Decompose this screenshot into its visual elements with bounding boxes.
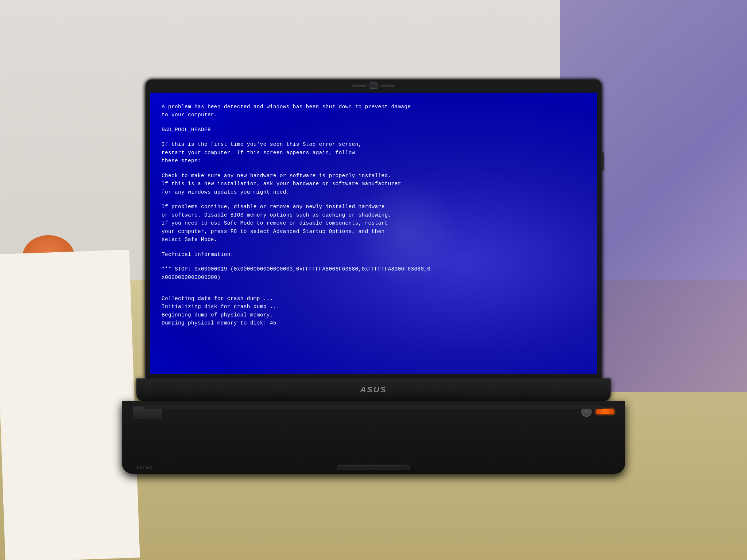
bsod-line-20: Beginning dump of physical memory. (162, 311, 585, 319)
bezel-decoration-left (352, 85, 367, 87)
bsod-gap-5 (162, 244, 585, 250)
bsod-line-10: If problems continue, disable or remove … (162, 203, 585, 211)
bsod-line-12: If you need to use Safe Mode to remove o… (162, 219, 585, 227)
webcam-lens (372, 84, 375, 88)
bezel-decoration-right (380, 85, 395, 87)
asus-logo: ASUS (360, 385, 387, 394)
paper-document (0, 250, 140, 560)
bsod-line-14: select Safe Mode. (162, 236, 585, 244)
bsod-gap-8 (162, 288, 585, 295)
altec-logo: ALTEC (136, 465, 153, 470)
bsod-line-8: If this is a new installation, ask your … (162, 180, 585, 188)
bsod-gap-3 (162, 165, 585, 172)
trackpad[interactable] (337, 465, 410, 470)
bsod-line-2: to your computer. (162, 111, 585, 119)
bsod-line-13: your computer, press F8 to select Advanc… (162, 228, 585, 236)
bsod-line-16: *** STOP: 0x00000019 (0x0000000000000003… (162, 265, 585, 273)
side-button[interactable] (601, 152, 604, 171)
bsod-line-5: restart your computer. If this screen ap… (162, 149, 585, 157)
laptop-bottom: ALTEC (122, 401, 625, 474)
screen-lid: A problem has been detected and windows … (146, 79, 601, 378)
keyboard-strip (144, 405, 603, 409)
bsod-line-4: If this is the first time you've seen th… (162, 140, 585, 148)
bsod-line-3: BAD_POOL_HEADER (162, 126, 585, 134)
bsod-gap-6 (162, 258, 585, 265)
bsod-line-9: for any windows updates you might need. (162, 188, 585, 196)
bsod-gap-2 (162, 134, 585, 140)
webcam (369, 82, 378, 89)
bsod-line-1: A problem has been detected and windows … (162, 103, 585, 111)
bsod-line-7: Check to make sure any new hardware or s… (162, 172, 585, 180)
bsod-line-15: Technical information: (162, 250, 585, 258)
bsod-gap-1 (162, 119, 585, 126)
laptop: A problem has been detected and windows … (122, 79, 625, 481)
bsod-line-6: these steps: (162, 157, 585, 165)
bsod-screen: A problem has been detected and windows … (150, 93, 597, 374)
bsod-content: A problem has been detected and windows … (150, 93, 597, 374)
bsod-line-21: Dumping physical memory to disk: 45 (162, 319, 585, 327)
bsod-line-18: Collecting data for crash dump ... (162, 295, 585, 303)
bsod-line-17: x0000000000000000) (162, 273, 585, 281)
bsod-line-11: or software. Disable BIOS memory options… (162, 211, 585, 219)
bsod-line-19: Initializing disk for crash dump ... (162, 303, 585, 311)
power-indicator-light (596, 409, 614, 414)
laptop-hinge-bar: ASUS (136, 378, 611, 401)
bsod-gap-7 (162, 281, 585, 288)
bsod-gap-4 (162, 196, 585, 203)
top-bezel (352, 82, 395, 89)
